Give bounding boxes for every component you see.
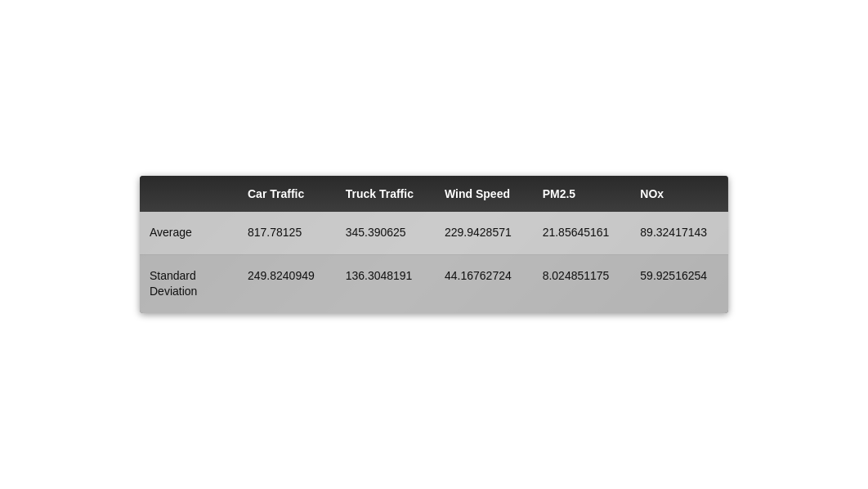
stats-table: Car Traffic Truck Traffic Wind Speed PM2… — [140, 176, 728, 313]
stddev-nox: 59.92516254 — [630, 254, 728, 313]
average-wind-speed: 229.9428571 — [435, 212, 533, 254]
header-car-traffic: Car Traffic — [238, 176, 336, 212]
header-nox: NOx — [630, 176, 728, 212]
average-nox: 89.32417143 — [630, 212, 728, 254]
header-truck-traffic: Truck Traffic — [336, 176, 435, 212]
table-row: Average 817.78125 345.390625 229.9428571… — [140, 212, 728, 254]
average-car-traffic: 817.78125 — [238, 212, 336, 254]
average-truck-traffic: 345.390625 — [336, 212, 435, 254]
table-header-row: Car Traffic Truck Traffic Wind Speed PM2… — [140, 176, 728, 212]
row-label-stddev: Standard Deviation — [140, 254, 238, 313]
header-pm25: PM2.5 — [533, 176, 631, 212]
table-row: Standard Deviation 249.8240949 136.30481… — [140, 254, 728, 313]
stddev-pm25: 8.024851175 — [533, 254, 631, 313]
stddev-car-traffic: 249.8240949 — [238, 254, 336, 313]
header-empty — [140, 176, 238, 212]
average-pm25: 21.85645161 — [533, 212, 631, 254]
stats-table-container: Car Traffic Truck Traffic Wind Speed PM2… — [140, 176, 728, 313]
header-wind-speed: Wind Speed — [435, 176, 533, 212]
stddev-truck-traffic: 136.3048191 — [336, 254, 435, 313]
row-label-average: Average — [140, 212, 238, 254]
stddev-wind-speed: 44.16762724 — [435, 254, 533, 313]
